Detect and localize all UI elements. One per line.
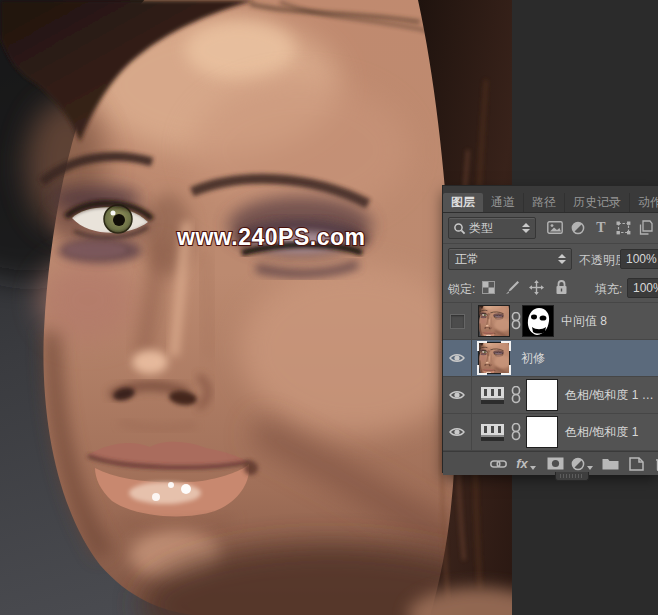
smart-object-filter-icon[interactable] — [637, 219, 655, 236]
tab-channels[interactable]: 通道 — [483, 193, 524, 212]
layer-style-fx-icon[interactable]: fx — [515, 455, 537, 472]
layer-row-huesat-copy[interactable]: 色相/饱和度 1 … — [443, 377, 658, 414]
tab-layers[interactable]: 图层 — [443, 193, 483, 212]
blend-mode-dropdown[interactable]: 正常 — [448, 248, 572, 270]
layer-list: 中间值 8 初修 — [443, 303, 658, 451]
kind-spinner-icon — [519, 223, 532, 233]
photo-canvas[interactable] — [0, 0, 512, 615]
layer-name[interactable]: 色相/饱和度 1 — [565, 424, 638, 441]
visibility-toggle[interactable] — [443, 377, 472, 413]
delete-layer-icon[interactable] — [651, 455, 658, 472]
panel-tab-bar: 图层 通道 路径 历史记录 动作 — [443, 186, 658, 213]
blend-spinner-icon — [555, 254, 568, 264]
adjustment-layer-filter-icon[interactable] — [569, 219, 587, 236]
lock-all-icon[interactable] — [553, 279, 570, 296]
new-layer-icon[interactable] — [625, 455, 647, 472]
layer-mask-thumbnail[interactable] — [523, 306, 553, 336]
active-thumb-bracket — [477, 341, 487, 351]
panel-resize-grip[interactable] — [555, 472, 589, 481]
tab-actions[interactable]: 动作 — [630, 193, 658, 212]
active-thumb-bracket — [501, 365, 511, 375]
layer-filter-row: 类型 T — [443, 213, 658, 244]
layer-name[interactable]: 初修 — [521, 350, 545, 367]
lock-label: 锁定: — [448, 281, 475, 298]
layer-mask-thumbnail[interactable] — [527, 417, 557, 447]
visibility-toggle[interactable] — [443, 414, 472, 450]
mask-link-icon — [511, 312, 521, 330]
shape-layer-filter-icon[interactable] — [614, 219, 632, 236]
lock-row: 锁定: — [443, 274, 658, 303]
visibility-toggle[interactable] — [443, 340, 472, 376]
photoshop-workspace: www.240PS.com 图层 通道 路径 历史记录 动作 类型 — [0, 0, 658, 615]
mask-link-icon — [511, 386, 521, 404]
layers-panel: 图层 通道 路径 历史记录 动作 类型 — [443, 186, 658, 472]
new-adjustment-layer-icon[interactable] — [571, 455, 593, 472]
blend-mode-value: 正常 — [449, 251, 555, 268]
lock-position-icon[interactable] — [528, 279, 545, 296]
visibility-empty-box — [450, 314, 465, 329]
mask-link-icon — [511, 423, 521, 441]
visibility-toggle[interactable] — [443, 303, 472, 339]
search-icon — [453, 222, 466, 235]
active-thumb-bracket — [477, 365, 487, 375]
pixel-layer-filter-icon[interactable] — [546, 219, 564, 236]
active-thumb-bracket — [501, 341, 511, 351]
layer-name[interactable]: 色相/饱和度 1 … — [565, 387, 654, 404]
blend-mode-row: 正常 不透明度: 100% — [443, 244, 658, 274]
fill-input[interactable]: 100% — [627, 278, 658, 298]
layer-row-huesat[interactable]: 色相/饱和度 1 — [443, 414, 658, 451]
type-layer-filter-icon[interactable]: T — [592, 219, 610, 236]
layer-thumbnail[interactable] — [479, 343, 509, 373]
filter-kind-value: 类型 — [466, 220, 519, 237]
adjustment-layer-icon[interactable] — [481, 387, 504, 404]
eye-icon — [449, 352, 465, 364]
tab-history[interactable]: 历史记录 — [565, 193, 630, 212]
lock-transparency-icon[interactable] — [480, 279, 497, 296]
panel-footer: fx — [443, 451, 658, 475]
eye-icon — [449, 426, 465, 438]
layer-row-chuxiu[interactable]: 初修 — [443, 340, 658, 377]
add-layer-mask-icon[interactable] — [544, 455, 566, 472]
layer-thumbnail[interactable] — [479, 306, 509, 336]
layer-row-median[interactable]: 中间值 8 — [443, 303, 658, 340]
lock-pixels-icon[interactable] — [504, 279, 521, 296]
eye-icon — [449, 389, 465, 401]
tab-paths[interactable]: 路径 — [524, 193, 565, 212]
link-layers-icon[interactable] — [487, 455, 509, 472]
layer-mask-thumbnail[interactable] — [527, 380, 557, 410]
opacity-input[interactable]: 100% — [620, 249, 658, 269]
adjustment-layer-icon[interactable] — [481, 424, 504, 441]
layer-name[interactable]: 中间值 8 — [561, 313, 607, 330]
filter-kind-dropdown[interactable]: 类型 — [448, 217, 536, 239]
watermark-text: www.240PS.com — [177, 224, 365, 251]
new-group-icon[interactable] — [599, 455, 621, 472]
fill-label: 填充: — [595, 281, 622, 298]
